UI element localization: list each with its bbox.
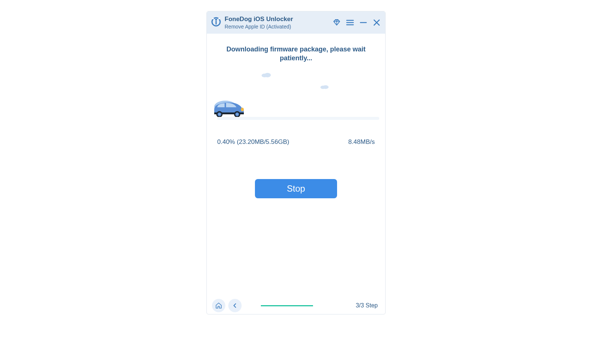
back-button[interactable] (228, 299, 242, 312)
chevron-left-icon (232, 303, 238, 309)
step-progress-bar (252, 305, 342, 306)
title-bar: FoneDog iOS Unlocker Remove Apple ID (Ac… (207, 11, 385, 34)
footer-bar: 3/3 Step (207, 297, 385, 314)
close-icon[interactable] (373, 18, 381, 27)
app-title: FoneDog iOS Unlocker (225, 16, 329, 23)
progress-bar (217, 117, 379, 120)
diamond-icon[interactable] (333, 18, 341, 27)
home-button[interactable] (212, 299, 225, 312)
car-icon (213, 98, 245, 118)
app-window: FoneDog iOS Unlocker Remove Apple ID (Ac… (206, 11, 386, 314)
svg-point-9 (264, 73, 271, 77)
step-progress-fill (261, 305, 313, 306)
download-illustration (213, 68, 379, 124)
title-text-block: FoneDog iOS Unlocker Remove Apple ID (Ac… (225, 16, 329, 30)
window-controls (333, 18, 381, 27)
svg-point-14 (241, 108, 244, 111)
status-heading: Downloading firmware package, please wai… (213, 45, 379, 63)
cloud-icon (320, 84, 329, 90)
stop-button[interactable]: Stop (255, 179, 337, 198)
cloud-icon (261, 72, 271, 78)
speed-text: 8.48MB/s (348, 138, 375, 146)
app-logo-icon (211, 17, 221, 28)
svg-point-17 (219, 114, 220, 115)
step-label: 3/3 Step (356, 302, 378, 309)
menu-icon[interactable] (346, 18, 354, 27)
svg-point-11 (323, 85, 329, 89)
svg-point-1 (215, 19, 217, 21)
svg-point-20 (236, 114, 238, 115)
download-stats: 0.40% (23.20MB/5.56GB) 8.48MB/s (213, 124, 379, 146)
minimize-icon[interactable] (359, 18, 367, 27)
app-subtitle: Remove Apple ID (Activated) (225, 24, 329, 30)
progress-text: 0.40% (23.20MB/5.56GB) (217, 138, 289, 146)
home-icon (215, 302, 222, 309)
main-content: Downloading firmware package, please wai… (207, 34, 385, 297)
